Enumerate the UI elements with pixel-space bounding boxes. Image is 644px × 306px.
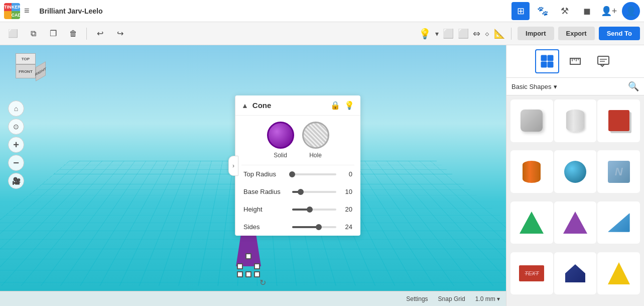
main-content: TOP FRONT RIGHT ⌂ ⊙ + − 🎥 ↺ ↻ xyxy=(0,45,644,306)
top-radius-slider-area[interactable] xyxy=(292,173,337,175)
base-radius-label: Base Radius xyxy=(243,188,288,195)
hole-option[interactable]: Hole xyxy=(302,122,329,159)
send-to-button[interactable]: Send To xyxy=(599,27,640,40)
right-panel-search: Basic Shapes ▾ 🔍 xyxy=(506,78,644,95)
solid-option[interactable]: Solid xyxy=(267,122,294,159)
shape-item-rounded-box[interactable] xyxy=(510,99,553,142)
solid-label: Solid xyxy=(274,152,287,159)
tab-ruler[interactable] xyxy=(563,49,587,73)
snap-grid-value[interactable]: 1.0 mm ▾ xyxy=(475,295,500,302)
cylinder-thumb xyxy=(561,107,589,135)
shape-item-pyramid-gold[interactable] xyxy=(597,252,640,295)
prop-row-sides: Sides 24 xyxy=(235,218,360,236)
text-n-thumb: N xyxy=(605,158,633,186)
panel-collapse-chevron[interactable]: › xyxy=(228,156,238,176)
group-icon[interactable]: ⬜ xyxy=(443,28,454,39)
cube-front-face[interactable]: FRONT xyxy=(16,64,36,78)
search-icon[interactable]: 🔍 xyxy=(628,81,639,92)
top-radius-slider[interactable] xyxy=(292,173,337,175)
shape-item-text-n[interactable]: N xyxy=(597,150,640,193)
light-bulb-icon[interactable]: 💡 xyxy=(419,28,431,40)
undo-button[interactable]: ↩ xyxy=(91,25,109,43)
fit-view-button[interactable]: ⊙ xyxy=(8,119,24,135)
export-button[interactable]: Export xyxy=(558,27,595,40)
panel-toggle-icon[interactable]: ▲ xyxy=(241,101,248,110)
sides-slider[interactable] xyxy=(292,226,337,228)
flip-icon[interactable]: ⬦ xyxy=(484,28,490,39)
settings-bar: Settings Snap Grid 1.0 mm ▾ xyxy=(0,291,506,306)
align-icon[interactable]: ⇔ xyxy=(473,28,480,39)
shape-item-pyramid-green[interactable] xyxy=(510,201,553,244)
tab-shapes[interactable] xyxy=(535,49,559,73)
grid-view-icon[interactable]: ⊞ xyxy=(511,2,530,20)
sides-thumb[interactable] xyxy=(316,224,322,230)
shape-item-text-red[interactable]: TEXT xyxy=(510,252,553,295)
wedge-thumb xyxy=(605,209,633,237)
handle-bm[interactable] xyxy=(245,271,251,277)
sides-slider-area[interactable] xyxy=(292,226,337,228)
dropdown-arrow-icon[interactable]: ▾ xyxy=(435,30,439,38)
new-doc-button[interactable]: ⬜ xyxy=(4,25,22,43)
cylinder-orange-thumb xyxy=(518,158,546,186)
ungroup-icon[interactable]: ⬜ xyxy=(458,28,469,39)
ruler-icon[interactable]: 📐 xyxy=(494,28,505,39)
top-radius-value: 0 xyxy=(340,170,352,178)
shape-item-box[interactable] xyxy=(597,99,640,142)
shape-item-wedge[interactable] xyxy=(597,201,640,244)
height-slider-area[interactable] xyxy=(292,209,337,211)
delete-button[interactable]: 🗑 xyxy=(64,25,82,43)
copy-button[interactable]: ⧉ xyxy=(24,25,42,43)
rotate-handle[interactable]: ↻ xyxy=(260,278,266,287)
search-dropdown-arrow: ▾ xyxy=(554,83,557,90)
hole-label: Hole xyxy=(309,152,322,159)
base-radius-slider-area[interactable] xyxy=(292,191,337,193)
settings-label[interactable]: Settings xyxy=(406,295,428,302)
avatar-icon[interactable]: 👤 xyxy=(622,2,640,20)
shape-item-cylinder-orange[interactable] xyxy=(510,150,553,193)
panel-lock-icon[interactable]: 🔒 xyxy=(330,100,340,110)
shape-item-prism[interactable] xyxy=(554,252,597,295)
handle-tm[interactable] xyxy=(245,253,251,259)
height-thumb[interactable] xyxy=(307,207,313,213)
duplicate-button[interactable]: ❐ xyxy=(44,25,62,43)
zoom-out-button[interactable]: − xyxy=(8,155,24,171)
prop-row-top-radius: Top Radius 0 xyxy=(235,165,360,183)
redo-button[interactable]: ↪ xyxy=(111,25,129,43)
cube-top-face[interactable]: TOP xyxy=(16,53,36,64)
text-red-thumb: TEXT xyxy=(518,259,546,287)
zoom-controls: ⌂ ⊙ + − 🎥 xyxy=(8,100,24,189)
search-category-label: Basic Shapes xyxy=(511,83,552,90)
shape-item-cylinder[interactable] xyxy=(554,99,597,142)
cube-3d[interactable]: TOP FRONT RIGHT xyxy=(8,53,43,88)
shape-item-pyramid-purple[interactable] xyxy=(554,201,597,244)
handle-bl[interactable] xyxy=(237,271,243,277)
handle-br[interactable] xyxy=(254,271,260,277)
sides-value: 24 xyxy=(340,223,352,231)
add-person-icon[interactable]: 👤+ xyxy=(600,2,618,20)
shape-item-sphere[interactable] xyxy=(554,150,597,193)
hamburger-icon[interactable]: ≡ xyxy=(24,6,30,16)
import-button[interactable]: Import xyxy=(518,27,554,40)
logo-ker: KER xyxy=(12,3,21,11)
tab-comments[interactable] xyxy=(591,49,615,73)
handle-tl[interactable] xyxy=(237,263,243,269)
search-dropdown[interactable]: Basic Shapes ▾ xyxy=(511,83,624,90)
viewport[interactable]: TOP FRONT RIGHT ⌂ ⊙ + − 🎥 ↺ ↻ xyxy=(0,45,506,306)
handle-tr[interactable] xyxy=(254,263,260,269)
nav-cube[interactable]: TOP FRONT RIGHT xyxy=(8,53,48,93)
app-logo[interactable]: TIN KER CAD xyxy=(4,3,20,19)
cube-right-face[interactable]: RIGHT xyxy=(36,61,46,81)
gallery-view-icon[interactable]: 🐾 xyxy=(534,2,552,20)
camera-button[interactable]: 🎥 xyxy=(8,173,24,189)
zoom-in-button[interactable]: + xyxy=(8,137,24,153)
top-radius-thumb[interactable] xyxy=(289,171,295,177)
height-slider[interactable] xyxy=(292,209,337,211)
sim-icon[interactable]: ◼ xyxy=(578,2,596,20)
base-radius-slider[interactable] xyxy=(292,191,337,193)
panel-light-icon[interactable]: 💡 xyxy=(344,100,354,110)
height-value: 20 xyxy=(340,206,352,213)
toolbar-separator-1 xyxy=(86,28,87,40)
home-button[interactable]: ⌂ xyxy=(8,100,24,117)
base-radius-thumb[interactable] xyxy=(298,189,304,195)
codeblocks-icon[interactable]: ⚒ xyxy=(556,2,574,20)
